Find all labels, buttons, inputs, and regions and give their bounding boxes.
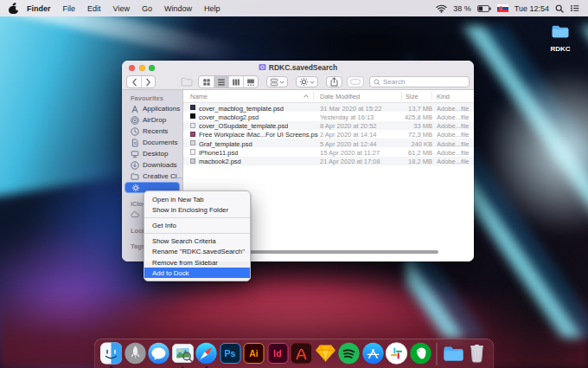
dock-items: PsAiId: [100, 342, 489, 368]
file-kind: Adobe...file: [437, 113, 473, 121]
dock-item-indesign[interactable]: Id: [266, 342, 289, 368]
app-store-icon: [361, 342, 384, 365]
dock-separator: [437, 343, 438, 365]
file-row-graf-template-psd[interactable]: Graf_template.psd5 Apr 2020 at 12:44240 …: [183, 139, 474, 147]
menu-file[interactable]: File: [57, 4, 82, 13]
menu-finder[interactable]: Finder: [21, 4, 57, 13]
list-header[interactable]: Name Date Modified Size Kind: [183, 90, 474, 103]
file-date-modified: 21 Apr 2020 at 17:08: [320, 158, 380, 165]
context-menu-item-show-in-enclosing-folder[interactable]: Show in Enclosing Folder: [144, 204, 250, 215]
window-title: RDKC.savedSearch: [269, 63, 337, 72]
search-input[interactable]: [383, 78, 465, 86]
menu-window[interactable]: Window: [158, 4, 198, 13]
column-view-button[interactable]: [228, 76, 243, 87]
sidebar-item-label: Applications: [143, 105, 180, 113]
sidebar-section-favourites: Favourites: [122, 93, 182, 103]
context-menu: Open in New TabShow in Enclosing FolderG…: [144, 190, 251, 281]
column-header-date-modified[interactable]: Date Modified: [320, 93, 360, 100]
apple-menu-icon[interactable]: [9, 3, 18, 14]
group-button[interactable]: [266, 76, 288, 87]
context-menu-item-add-to-dock[interactable]: Add to Dock: [144, 268, 250, 278]
preview-icon: [171, 342, 194, 365]
dock-item-acrobat[interactable]: [291, 342, 313, 368]
app-tile-letters: Ai: [249, 348, 259, 358]
file-size: 33 MB: [380, 122, 432, 130]
dock-item-finder[interactable]: [100, 342, 123, 368]
menu-bar: FinderFileEditViewGoWindowHelp 38 % Tue …: [0, 0, 588, 16]
file-name: macbook2.psd: [199, 158, 241, 165]
dock-item-preview[interactable]: [171, 342, 194, 368]
dock-item-safari[interactable]: [195, 342, 218, 368]
column-header-name[interactable]: Name: [190, 93, 208, 100]
tag-button[interactable]: [347, 76, 364, 87]
context-menu-item-remove-from-sidebar[interactable]: Remove from Sidebar: [144, 257, 250, 268]
search-icon: [374, 79, 380, 86]
sidebar-item-creative-cl[interactable]: Creative Cl…: [122, 171, 182, 182]
dock-item-evernote[interactable]: [409, 342, 431, 368]
column-header-kind[interactable]: Kind: [437, 93, 450, 100]
applications-icon: [131, 105, 139, 113]
file-size: 61,2 MB: [380, 149, 432, 157]
file-thumbnail: [190, 158, 195, 164]
wifi-icon[interactable]: [436, 4, 447, 13]
file-row-free-workplace-imac-for-ui-screens-psd[interactable]: Free Workplace iMac...For UI Screens.psd…: [183, 130, 474, 139]
sidebar-item-desktop[interactable]: Desktop: [122, 148, 182, 159]
share-button[interactable]: [326, 76, 342, 87]
search-field[interactable]: [369, 76, 470, 87]
file-size: 425,8 MB: [380, 113, 432, 121]
menu-bar-clock[interactable]: Tue 12:54: [514, 4, 549, 13]
gallery-view-button[interactable]: [243, 76, 258, 87]
input-language-flag-icon[interactable]: [497, 4, 508, 12]
column-header-size[interactable]: Size: [406, 93, 419, 100]
context-menu-item-get-info[interactable]: Get Info: [144, 220, 250, 230]
sidebar-item-downloads[interactable]: Downloads: [122, 159, 182, 171]
context-menu-item-open-in-new-tab[interactable]: Open in New Tab: [144, 194, 250, 204]
file-date-modified: Yesterday at 16:13: [320, 113, 374, 121]
dock-item-messages[interactable]: [148, 342, 170, 368]
dock-item-illustrator[interactable]: Ai: [243, 342, 265, 368]
back-button[interactable]: [127, 76, 141, 87]
action-gear-button[interactable]: [296, 76, 318, 87]
window-titlebar[interactable]: RDKC.savedSearch: [122, 61, 474, 74]
menu-help[interactable]: Help: [198, 4, 227, 13]
sidebar-item-recents[interactable]: Recents: [122, 126, 182, 137]
sidebar-item-documents[interactable]: Documents: [122, 137, 182, 148]
finder-icon: [100, 342, 123, 365]
spotlight-icon[interactable]: [555, 4, 564, 13]
menu-go[interactable]: Go: [136, 4, 158, 13]
file-name: cover_OSupdate_template.psd: [199, 122, 288, 130]
forward-button[interactable]: [141, 76, 155, 87]
list-view-button[interactable]: [214, 76, 228, 87]
desktop-folder-label: RDKC: [550, 45, 570, 53]
notification-center-icon[interactable]: [570, 4, 579, 12]
sidebar-item-applications[interactable]: Applications: [122, 103, 182, 114]
icon-view-button[interactable]: [199, 76, 214, 87]
dock-item-sketch[interactable]: [314, 342, 336, 368]
file-row-iphone11-psd[interactable]: iPhone11.psd15 Apr 2020 at 11:2761,2 MBA…: [183, 147, 474, 156]
context-menu-item-show-search-criteria[interactable]: Show Search Criteria: [144, 236, 250, 247]
file-name: iPhone11.psd: [199, 149, 238, 157]
file-row-cover-osupdate-template-psd[interactable]: cover_OSupdate_template.psd8 Apr 2020 at…: [183, 121, 474, 130]
file-row-cover-macblog-template-psd[interactable]: cover_macblog_template.psd31 Mar 2020 at…: [183, 103, 474, 112]
trash-icon: [466, 342, 489, 365]
file-kind: Adobe...file: [437, 131, 473, 139]
dock-item-app-store[interactable]: [361, 342, 384, 368]
file-kind: Adobe...file: [437, 149, 473, 157]
dock-item-folder[interactable]: [442, 342, 464, 368]
photoshop-icon: Ps: [220, 343, 240, 364]
dock-item-slack[interactable]: [386, 342, 408, 368]
desktop-folder-rdkc[interactable]: RDKC: [536, 22, 585, 53]
menu-bar-items: FinderFileEditViewGoWindowHelp: [21, 4, 226, 13]
dock-item-trash[interactable]: [466, 342, 489, 368]
dock-item-launchpad[interactable]: [124, 342, 146, 368]
menu-edit[interactable]: Edit: [81, 4, 107, 13]
sidebar-item-airdrop[interactable]: AirDrop: [122, 114, 182, 126]
dock-item-photoshop[interactable]: Ps: [219, 342, 241, 368]
file-row-macbook2-psd[interactable]: macbook2.psd21 Apr 2020 at 17:0818,2 MBA…: [183, 157, 474, 165]
view-switcher: [198, 75, 259, 88]
menu-view[interactable]: View: [107, 4, 136, 13]
context-menu-item-rename-rdkc-savedsearch[interactable]: Rename "RDKC.savedSearch": [144, 247, 250, 257]
dock-item-spotify[interactable]: [338, 342, 361, 368]
file-row-cover-macblog2-psd[interactable]: cover_macblog2.psdYesterday at 16:13425,…: [183, 112, 474, 120]
app-tile-letters: Id: [273, 348, 281, 358]
